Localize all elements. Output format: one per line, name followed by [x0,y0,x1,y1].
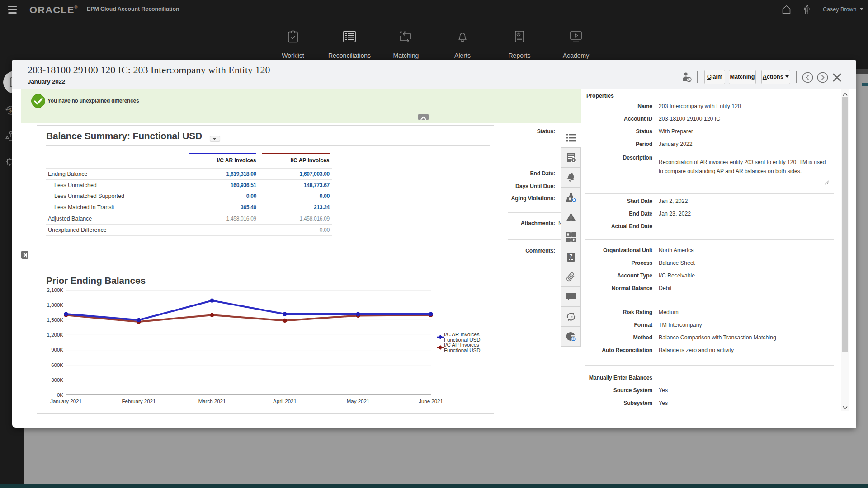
svg-text:0K: 0K [57,392,63,398]
svg-text:March 2021: March 2021 [198,399,226,404]
svg-text:2,100K: 2,100K [47,287,64,293]
svg-text:1,500K: 1,500K [47,317,64,323]
svg-text:$: $ [9,108,12,113]
svg-text:1,800K: 1,800K [47,302,64,308]
svg-text:1,200K: 1,200K [47,332,64,338]
svg-text:?: ? [569,253,572,259]
svg-text:April 2021: April 2021 [273,399,297,404]
svg-text:600K: 600K [51,362,63,368]
svg-text:I/C AR Invoices: I/C AR Invoices [444,332,480,337]
svg-text:June 2021: June 2021 [419,399,443,404]
svg-text:300K: 300K [51,377,63,383]
svg-text:900K: 900K [51,347,63,352]
svg-text:February 2021: February 2021 [122,399,156,404]
svg-text:May 2021: May 2021 [347,399,370,404]
svg-text:Functional USD: Functional USD [444,347,481,353]
svg-text:I/C AP Invoices: I/C AP Invoices [444,342,479,347]
svg-text:January 2021: January 2021 [50,399,82,404]
